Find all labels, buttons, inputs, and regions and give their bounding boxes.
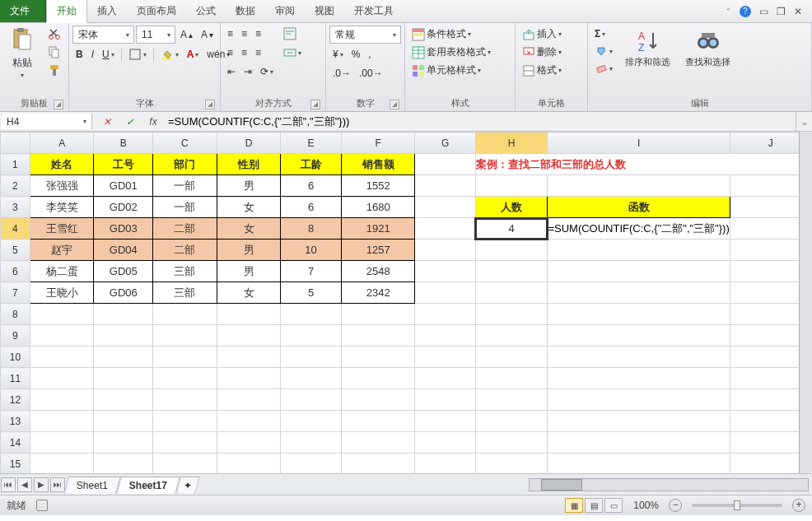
cell[interactable]: 8	[281, 218, 342, 240]
number-format-combo[interactable]: 常规▾	[329, 26, 401, 44]
enter-formula-icon[interactable]: ✓	[122, 116, 138, 128]
tab-data[interactable]: 数据	[226, 0, 265, 22]
cell[interactable]	[548, 175, 730, 197]
tab-nav-last[interactable]: ⏭	[50, 477, 65, 492]
cell[interactable]: 男	[217, 175, 281, 197]
zoom-in-button[interactable]: +	[792, 499, 805, 512]
row-header[interactable]: 11	[1, 368, 30, 389]
font-size-combo[interactable]: 11▾	[136, 26, 175, 44]
currency-button[interactable]: ¥▾	[329, 46, 347, 63]
grow-font-button[interactable]: A▴	[177, 26, 196, 44]
sort-filter-button[interactable]: AZ 排序和筛选	[619, 26, 676, 71]
align-dialog-icon[interactable]: ◢	[310, 100, 320, 109]
cell[interactable]: GD02	[94, 197, 153, 218]
row-header-1[interactable]: 1	[1, 154, 30, 175]
col-header-E[interactable]: E	[281, 133, 342, 154]
macro-record-icon[interactable]	[36, 500, 48, 511]
col-header-H[interactable]: H	[475, 133, 547, 154]
format-painter-button[interactable]	[44, 62, 64, 78]
cell[interactable]: 三部	[153, 282, 217, 304]
border-button[interactable]: ▾	[125, 46, 150, 63]
cell[interactable]: 1257	[341, 240, 415, 261]
col-header-D[interactable]: D	[217, 133, 281, 154]
indent-dec-button[interactable]: ⇤	[224, 63, 239, 80]
spreadsheet-area[interactable]: A B C D E F G H I J 1 姓名 工号 部门 性别 工龄 销售额…	[0, 132, 812, 474]
cell[interactable]	[415, 240, 475, 261]
cell[interactable]: 函数	[548, 197, 730, 218]
new-sheet-button[interactable]: ✦	[175, 477, 200, 494]
view-page-break-button[interactable]: ▭	[604, 498, 623, 513]
window-close-icon[interactable]: ✕	[794, 6, 802, 17]
cell[interactable]: 男	[217, 261, 281, 282]
merge-button[interactable]: ▾	[280, 44, 305, 61]
percent-button[interactable]: %	[348, 46, 364, 63]
tab-view[interactable]: 视图	[305, 0, 344, 22]
underline-button[interactable]: U▾	[99, 46, 118, 63]
cell[interactable]: 10	[281, 240, 342, 261]
row-header-5[interactable]: 5	[1, 240, 30, 261]
cell[interactable]: 销售额	[341, 154, 415, 175]
sheet-tab-0[interactable]: Sheet1	[63, 477, 121, 494]
row-header[interactable]: 8	[1, 304, 30, 325]
cell[interactable]	[415, 218, 475, 240]
row-header-4[interactable]: 4	[1, 218, 30, 240]
select-all-corner[interactable]	[1, 133, 30, 154]
tab-dev[interactable]: 开发工具	[344, 0, 404, 22]
font-color-button[interactable]: A▾	[184, 46, 203, 63]
cell[interactable]	[475, 282, 547, 304]
help-icon[interactable]: ?	[740, 6, 751, 17]
cell[interactable]: 工号	[94, 154, 153, 175]
cell[interactable]: 王雪红	[30, 218, 94, 240]
autosum-button[interactable]: Σ▾	[591, 26, 616, 42]
cell[interactable]	[415, 197, 475, 218]
cell[interactable]: GD06	[94, 282, 153, 304]
row-header[interactable]: 15	[1, 454, 30, 475]
name-box[interactable]: H4▾	[2, 114, 92, 129]
view-page-layout-button[interactable]: ▤	[585, 498, 603, 513]
cell[interactable]: GD03	[94, 218, 153, 240]
number-dialog-icon[interactable]: ◢	[390, 100, 399, 109]
cell[interactable]	[415, 154, 475, 175]
delete-cells-button[interactable]: 删除▾	[519, 44, 565, 61]
cell[interactable]: 人数	[475, 197, 547, 218]
row-header[interactable]: 9	[1, 325, 30, 347]
italic-button[interactable]: I	[88, 46, 97, 63]
conditional-format-button[interactable]: 条件格式▾	[408, 26, 511, 43]
cell[interactable]: 一部	[153, 175, 217, 197]
tab-file[interactable]: 文件 ▾	[0, 0, 46, 22]
row-header[interactable]: 10	[1, 347, 30, 368]
zoom-out-button[interactable]: −	[669, 499, 682, 512]
cell[interactable]: 男	[217, 240, 281, 261]
cell[interactable]: 6	[281, 175, 342, 197]
tab-nav-next[interactable]: ▶	[34, 477, 49, 492]
row-header-6[interactable]: 6	[1, 261, 30, 282]
tab-formulas[interactable]: 公式	[186, 0, 226, 22]
cell[interactable]: 性别	[217, 154, 281, 175]
copy-button[interactable]	[44, 44, 64, 60]
cell[interactable]: 7	[281, 261, 342, 282]
cell[interactable]	[548, 261, 730, 282]
tab-insert[interactable]: 插入	[87, 0, 127, 22]
cell[interactable]: 1921	[341, 218, 415, 240]
tab-home[interactable]: 开始	[46, 0, 87, 23]
shrink-font-button[interactable]: A▾	[198, 26, 217, 44]
minimize-ribbon-icon[interactable]: ⌃	[726, 7, 731, 15]
tab-layout[interactable]: 页面布局	[127, 0, 186, 22]
clipboard-dialog-icon[interactable]: ◢	[54, 100, 63, 109]
cell[interactable]	[548, 240, 730, 261]
col-header-A[interactable]: A	[30, 133, 94, 154]
window-restore-icon[interactable]: ❐	[777, 6, 786, 17]
clear-button[interactable]: ▾	[591, 60, 616, 77]
inc-decimal-button[interactable]: .0→	[329, 65, 354, 81]
view-normal-button[interactable]: ▦	[565, 498, 583, 513]
cell[interactable]: 部门	[153, 154, 217, 175]
align-left-button[interactable]: ≡	[224, 44, 236, 61]
align-middle-button[interactable]: ≡	[238, 26, 250, 42]
expand-formula-bar-icon[interactable]: ⌄	[796, 112, 812, 131]
tab-review[interactable]: 审阅	[265, 0, 305, 22]
cell[interactable]: 1680	[341, 197, 415, 218]
horizontal-scrollbar[interactable]	[529, 478, 809, 491]
cell[interactable]: 2548	[341, 261, 415, 282]
format-cells-button[interactable]: 格式▾	[519, 62, 565, 79]
cell[interactable]	[475, 175, 547, 197]
